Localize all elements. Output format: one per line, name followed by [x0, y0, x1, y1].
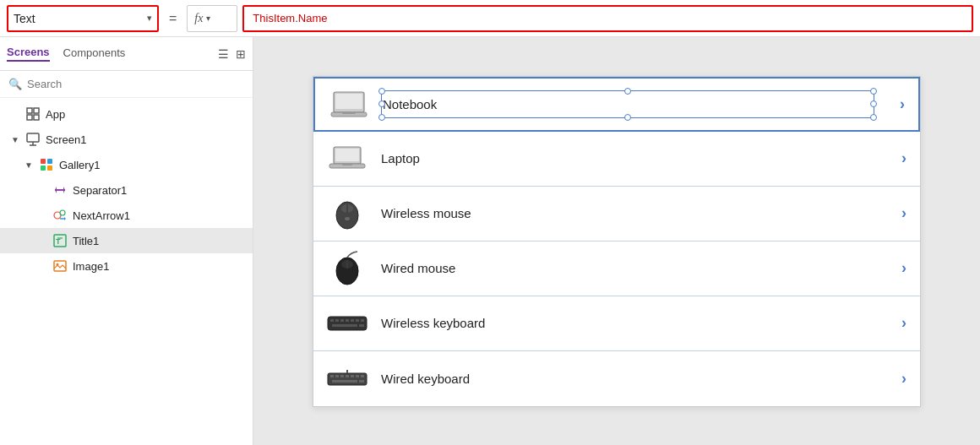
- tab-components[interactable]: Components: [63, 46, 126, 61]
- formula-text: ThisItem.Name: [253, 12, 327, 24]
- svg-rect-53: [351, 375, 354, 377]
- svg-marker-17: [64, 217, 66, 220]
- next-arrow-icon: ›: [901, 204, 906, 222]
- svg-rect-44: [356, 319, 359, 322]
- title1-label: Title1: [73, 235, 246, 247]
- svg-rect-54: [356, 375, 359, 377]
- tab-screens[interactable]: Screens: [7, 46, 50, 62]
- tree-item-gallery1[interactable]: ▼ Gallery1: [0, 152, 253, 177]
- list-item[interactable]: Wired keyboard ›: [313, 351, 920, 406]
- svg-rect-42: [346, 319, 349, 322]
- svg-rect-8: [47, 159, 52, 164]
- list-item[interactable]: Laptop ›: [313, 132, 920, 187]
- svg-rect-49: [330, 375, 334, 377]
- svg-rect-41: [340, 319, 344, 322]
- svg-rect-26: [342, 112, 356, 114]
- tree-panel: App ▼ Screen1 ▼: [0, 98, 253, 445]
- svg-rect-45: [361, 319, 364, 322]
- svg-marker-13: [63, 187, 65, 193]
- gallery-icon: [39, 157, 54, 172]
- svg-rect-3: [34, 115, 39, 120]
- gallery-item-name: Wireless mouse: [381, 206, 901, 220]
- gallery-item-name: Wired keyboard: [381, 372, 901, 386]
- app-icon: [25, 106, 41, 122]
- tree-item-screen1[interactable]: ▼ Screen1: [0, 127, 253, 152]
- svg-marker-12: [55, 187, 57, 193]
- screen1-arrow-icon: ▼: [10, 135, 20, 144]
- screen1-label: Screen1: [46, 133, 246, 146]
- svg-rect-39: [330, 319, 334, 322]
- screen-icon: [25, 132, 41, 147]
- tab-icon-group: ☰ ⊞: [218, 47, 246, 61]
- formula-bar[interactable]: ThisItem.Name: [242, 5, 973, 32]
- gallery1-arrow-icon: ▼: [24, 160, 34, 170]
- separator-icon: [52, 182, 68, 198]
- list-item[interactable]: Wireless keyboard ›: [313, 296, 920, 351]
- laptop-image: [327, 142, 368, 176]
- gallery-item-name: Notebook: [383, 97, 437, 111]
- tree-item-nextarrow1[interactable]: NextArrow1: [0, 203, 253, 228]
- list-item[interactable]: Wireless mouse ›: [313, 187, 920, 241]
- fx-selector[interactable]: fx ▾: [187, 5, 237, 32]
- svg-rect-4: [27, 133, 39, 142]
- gallery-item-name: Wired mouse: [381, 261, 901, 275]
- sidebar: Screens Components ☰ ⊞ 🔍 App: [0, 37, 253, 445]
- next-arrow-icon: ›: [900, 95, 905, 113]
- svg-rect-40: [335, 319, 339, 322]
- next-arrow-icon: ›: [901, 149, 906, 167]
- svg-rect-57: [359, 380, 364, 383]
- separator1-label: Separator1: [73, 184, 246, 197]
- svg-rect-0: [27, 108, 32, 113]
- property-selector[interactable]: Text ▾: [7, 5, 159, 32]
- notebook-image: [329, 87, 369, 121]
- fx-chevron-icon: ▾: [206, 14, 210, 23]
- sidebar-tabs: Screens Components ☰ ⊞: [0, 37, 253, 71]
- tree-item-image1[interactable]: Image1: [0, 253, 253, 279]
- nextarrow1-label: NextArrow1: [73, 209, 246, 222]
- list-view-icon[interactable]: ☰: [218, 47, 229, 61]
- wired-mouse-image: [327, 252, 368, 285]
- svg-rect-7: [41, 159, 46, 164]
- gallery1-label: Gallery1: [59, 159, 246, 171]
- svg-rect-46: [332, 324, 357, 327]
- svg-rect-50: [335, 375, 339, 377]
- property-chevron-icon: ▾: [147, 13, 152, 24]
- svg-rect-9: [41, 166, 46, 171]
- svg-rect-2: [27, 115, 32, 120]
- title-icon: T: [52, 233, 68, 248]
- svg-rect-56: [332, 380, 357, 383]
- tree-item-title1[interactable]: T Title1: [0, 228, 253, 253]
- svg-point-15: [60, 210, 65, 215]
- svg-rect-38: [328, 317, 367, 330]
- search-icon: 🔍: [8, 78, 22, 90]
- svg-rect-51: [340, 375, 344, 377]
- svg-rect-24: [335, 94, 362, 109]
- search-input[interactable]: [27, 78, 244, 90]
- top-bar: Text ▾ = fx ▾ ThisItem.Name: [0, 0, 980, 37]
- list-item[interactable]: Notebook ›: [313, 77, 920, 132]
- main-layout: Screens Components ☰ ⊞ 🔍 App: [0, 37, 980, 445]
- next-arrow-icon: ›: [901, 259, 906, 277]
- next-arrow-icon: ›: [901, 370, 906, 388]
- gallery-item-name: Laptop: [381, 151, 901, 166]
- gallery-item-name: Wireless keyboard: [381, 316, 901, 330]
- wired-keyboard-image: [327, 361, 368, 395]
- tree-item-separator1[interactable]: Separator1: [0, 177, 253, 203]
- svg-rect-28: [335, 149, 359, 161]
- svg-rect-55: [361, 375, 364, 377]
- wireless-mouse-image: [327, 197, 368, 231]
- app-label: App: [46, 108, 246, 121]
- svg-rect-10: [47, 166, 52, 171]
- image1-label: Image1: [73, 260, 246, 273]
- tree-item-app[interactable]: App: [0, 101, 253, 127]
- grid-view-icon[interactable]: ⊞: [236, 47, 246, 61]
- svg-rect-1: [34, 108, 39, 113]
- fx-label: fx: [194, 12, 203, 25]
- property-label: Text: [14, 12, 144, 25]
- svg-rect-52: [346, 375, 349, 377]
- list-item[interactable]: Wired mouse ›: [313, 241, 920, 296]
- equals-sign: =: [164, 11, 182, 26]
- svg-rect-30: [342, 164, 352, 166]
- next-arrow-icon: ›: [901, 314, 906, 332]
- gallery-canvas: Notebook › Laptop ›: [313, 76, 921, 407]
